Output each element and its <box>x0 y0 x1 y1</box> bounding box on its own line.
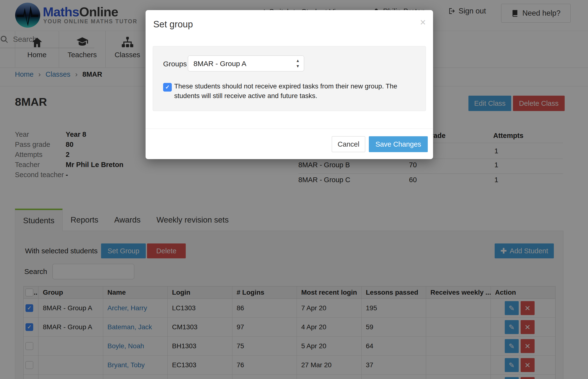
modal-title: Set group <box>153 19 193 30</box>
expired-tasks-checkbox-label: These students should not receive expire… <box>174 81 411 101</box>
set-group-modal: Set group × Groups 8MAR - Group A ▲▼ ✓ T… <box>146 10 433 159</box>
save-changes-button[interactable]: Save Changes <box>369 136 428 152</box>
groups-select-wrap: 8MAR - Group A ▲▼ <box>188 56 304 71</box>
close-icon[interactable]: × <box>420 17 426 27</box>
modal-body: Groups 8MAR - Group A ▲▼ ✓ These student… <box>153 46 426 111</box>
page: MathsOnline YOUR ONLINE MATHS TUTOR ⇄ Sw… <box>0 0 588 379</box>
expired-tasks-checkbox-checked[interactable]: ✓ <box>163 83 172 92</box>
groups-select[interactable]: 8MAR - Group A <box>188 56 304 71</box>
cancel-button[interactable]: Cancel <box>332 136 365 152</box>
groups-select-label: Groups <box>163 60 187 68</box>
modal-footer-divider <box>146 128 433 129</box>
